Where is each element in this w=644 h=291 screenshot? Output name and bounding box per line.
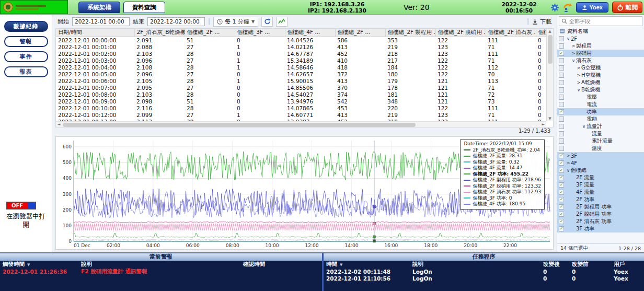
tree-item[interactable]: ∨2F [557,35,644,42]
collapse-icon[interactable]: ∨ [581,124,586,129]
tree-checkbox[interactable] [559,138,564,144]
tree-checkbox[interactable]: ✓ [559,153,564,158]
tree-checkbox[interactable] [559,124,564,129]
tree-item[interactable]: ✓3F 流量 [557,181,644,189]
tree-checkbox[interactable] [559,131,564,136]
table-row[interactable]: 2022-12-01 00:09:002.09851013.9497654234… [56,98,546,104]
expand-icon[interactable]: > [576,80,581,85]
tree-item[interactable]: ✓功率 [557,108,644,115]
tree-checkbox[interactable]: ✓ [559,160,564,166]
tree-checkbox[interactable]: ✓ [559,212,564,217]
column-header[interactable]: 說明 [78,261,240,268]
collapse-icon[interactable]: ∨ [571,58,576,63]
tree-item[interactable]: ✓4F 流量 [557,189,644,196]
collapse-icon[interactable]: ∨ [576,87,581,92]
download-button[interactable]: 下載 [532,18,551,26]
column-header[interactable]: 個樓總_2F 製程用 ... [385,29,435,37]
tree-checkbox[interactable] [559,102,564,107]
tree-checkbox[interactable]: ✓ [559,219,564,224]
tree-checkbox[interactable]: ✓ [559,51,564,56]
user-button[interactable]: Yoex [576,2,608,13]
table-row[interactable]: 2022-12-01 00:02:002.10328014.6778745221… [56,50,546,57]
tree-item[interactable]: 累計流量 [557,137,644,145]
tree-item[interactable]: ✓∨個樓總 [557,167,644,174]
expand-icon[interactable]: > [576,65,581,71]
tree-checkbox[interactable] [559,73,564,78]
expand-icon[interactable]: > [576,73,581,78]
column-header[interactable]: 時間▼ [324,261,410,268]
tree-item[interactable]: >製程用 [557,42,644,50]
tree-checkbox[interactable] [559,80,564,85]
tree-checkbox[interactable]: ✓ [559,168,564,173]
column-header[interactable]: 2F_消石灰_B乾燥機_... [134,29,185,37]
tree-item[interactable]: 電能 [557,115,644,123]
tree-item[interactable]: >H空壓機 [557,72,644,79]
sidebar-item-event[interactable]: 事件 [4,51,48,62]
task-row[interactable]: 2022-12-02 00:11:48LogOn00Yoex [324,268,644,275]
column-header[interactable]: 個樓總_2F ... [185,29,235,37]
tree-checkbox[interactable]: ✓ [559,226,564,231]
tree-item[interactable]: ∨消石灰 [557,57,644,64]
table-row[interactable]: 2022-12-01 00:04:002.10828114.5864641818… [56,64,546,71]
tab-data-query[interactable]: 資料查詢 [123,2,165,13]
tree-item[interactable]: ✓2F 脫硝用 功率 [557,211,644,218]
tree-checkbox[interactable]: ✓ [559,204,564,209]
tree-checkbox[interactable] [559,146,564,151]
tree-checkbox[interactable] [559,58,564,63]
expand-icon[interactable]: > [566,153,571,158]
tree-item[interactable]: >A乾燥機 [557,79,644,86]
column-header[interactable]: 個樓總_3F ... [235,29,285,37]
scrollbar-thumb[interactable] [63,123,416,127]
collapse-icon[interactable]: ∨ [566,36,571,41]
start-datetime-input[interactable] [72,17,130,26]
tree-checkbox[interactable] [559,65,564,71]
tree-checkbox[interactable] [559,95,564,100]
column-header[interactable]: 個樓總_2F 脫硝用 ... [435,29,486,37]
toggle-knob[interactable] [28,202,36,209]
tree-item[interactable]: 電壓 [557,94,644,101]
sidebar-item-report[interactable]: 報表 [4,66,48,77]
tree-checkbox[interactable]: ✓ [559,190,564,195]
table-horizontal-scrollbar[interactable]: ◄ ► [56,121,546,127]
sidebar-item-data-record[interactable]: 數據紀錄 [4,21,48,32]
tree-checkbox[interactable] [559,36,564,41]
tree-item[interactable]: >G空壓機 [557,64,644,72]
column-header[interactable]: 改變後 [540,261,569,268]
end-datetime-input[interactable] [147,17,205,26]
table-row[interactable]: 2022-12-01 00:10:002.11628014.0786545322… [56,104,546,111]
browser-open-toggle[interactable]: OFF [6,202,36,209]
exit-button[interactable]: 離開 [612,2,642,13]
tab-system-architecture[interactable]: 系統架構 [78,2,120,13]
tree-item[interactable]: ∨流量計 [557,123,644,130]
tree-item[interactable]: 溫度 [557,145,644,152]
table-row[interactable]: 2022-12-01 00:05:002.09627014.6265737218… [56,71,546,77]
chart-view-button[interactable] [276,17,288,27]
column-header[interactable]: 個樓總_3F ... [536,29,546,37]
table-row[interactable]: 2022-12-01 00:07:002.09527014.8550637017… [56,84,546,91]
tree-checkbox[interactable]: ✓ [559,197,564,202]
tree-item[interactable]: ✓2F 消石灰 功率 [557,218,644,225]
scroll-left-icon[interactable]: ◄ [58,122,60,126]
tree-item[interactable]: ✓2F 功率 [557,196,644,203]
field-search-input[interactable] [569,18,640,24]
tree-item[interactable]: 流量 [557,130,644,137]
field-search[interactable] [559,16,642,26]
column-header[interactable]: 用戶 [611,261,644,268]
tree-checkbox[interactable]: ✓ [559,175,564,180]
column-header[interactable]: 日期/時間 [56,29,134,37]
tree-checkbox[interactable] [559,117,564,122]
table-row[interactable]: 2022-12-01 00:01:002.08827114.0212641321… [56,43,546,50]
scroll-up-icon[interactable]: ▲ [547,29,553,33]
column-header[interactable]: 說明 [410,261,540,268]
sidebar-item-alarm[interactable]: 警報 [4,36,48,47]
tree-item[interactable]: ✓>脫硝用 [557,50,644,57]
tree-checkbox[interactable] [559,87,564,92]
expand-icon[interactable]: > [571,51,576,56]
tree-item[interactable]: ∨B乾燥機 [557,86,644,94]
switch-user-icon[interactable] [563,3,572,12]
tree-checkbox[interactable]: ✓ [559,182,564,188]
tree-item[interactable]: ✓3F 功率 [557,225,644,232]
settings-gear-icon[interactable] [550,3,559,12]
expand-icon[interactable]: > [571,43,576,49]
expand-icon[interactable]: > [566,160,571,166]
